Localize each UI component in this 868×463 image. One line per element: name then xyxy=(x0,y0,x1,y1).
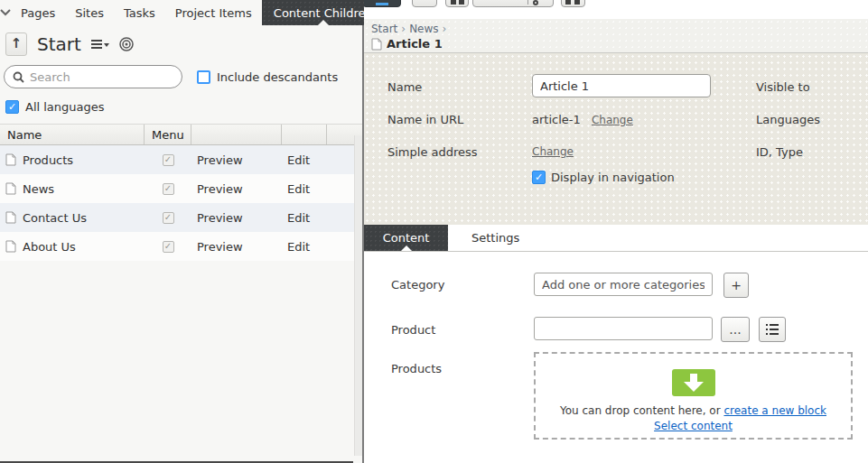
table-row[interactable]: About Us Preview Edit xyxy=(0,232,362,261)
add-category-button[interactable]: + xyxy=(723,273,749,298)
page-icon xyxy=(5,153,16,166)
page-title: Start xyxy=(37,33,81,55)
languages-label: Languages xyxy=(756,113,820,126)
dropzone-text: You can drop content here, or xyxy=(560,404,723,417)
all-languages-row: All languages xyxy=(5,97,362,116)
top-toolbar xyxy=(364,0,868,19)
page-icon xyxy=(371,38,382,51)
category-input[interactable] xyxy=(534,273,713,296)
name-in-url-label: Name in URL xyxy=(387,113,463,126)
toolbar-options-button[interactable] xyxy=(561,0,585,7)
display-in-navigation-checkbox[interactable] xyxy=(532,171,546,184)
row-name: About Us xyxy=(23,240,76,254)
left-tab-bar: Pages Sites Tasks Project Items Content … xyxy=(0,0,362,25)
include-descendants-checkbox[interactable] xyxy=(197,70,210,84)
drop-arrow-icon xyxy=(672,369,715,396)
products-label: Products xyxy=(391,362,442,375)
edit-link[interactable]: Edit xyxy=(282,203,327,232)
preview-link[interactable]: Preview xyxy=(191,174,282,203)
product-label: Product xyxy=(391,323,435,337)
left-panel: Pages Sites Tasks Project Items Content … xyxy=(0,0,364,463)
list-icon xyxy=(766,324,779,335)
preview-link[interactable]: Preview xyxy=(191,145,282,174)
change-url-link[interactable]: Change xyxy=(592,114,633,126)
search-row: Include descandants xyxy=(0,63,362,90)
name-in-url-value: article-1 xyxy=(532,113,581,126)
menu-checkbox xyxy=(163,154,174,166)
breadcrumb-start[interactable]: Start xyxy=(371,23,397,35)
row-name: Products xyxy=(23,153,73,167)
tab-tasks[interactable]: Tasks xyxy=(114,0,165,25)
tab-content[interactable]: Content xyxy=(364,225,448,251)
column-header-edit xyxy=(282,125,327,144)
change-simple-address-link[interactable]: Change xyxy=(532,145,574,158)
mode-toggle-button[interactable] xyxy=(364,0,401,7)
tab-sites[interactable]: Sites xyxy=(65,0,114,25)
page-icon xyxy=(5,240,16,253)
toolbar-view-button[interactable] xyxy=(445,0,469,7)
create-new-block-link[interactable]: create a new block xyxy=(723,404,826,417)
edit-panel: Start › News › Article 1 Name Visible to… xyxy=(364,0,868,463)
edit-link[interactable]: Edit xyxy=(282,232,327,261)
id-type-label: ID, Type xyxy=(756,145,803,159)
tab-settings[interactable]: Settings xyxy=(448,225,543,251)
all-languages-label: All languages xyxy=(25,100,105,114)
simple-address-label: Simple address xyxy=(387,145,478,159)
preview-link[interactable]: Preview xyxy=(191,232,282,261)
toolbar-search-button[interactable] xyxy=(472,0,554,7)
table-row[interactable]: Products Preview Edit xyxy=(0,145,362,174)
visible-to-label: Visible to xyxy=(756,80,810,94)
edit-tab-bar: Content Settings xyxy=(364,225,868,252)
column-header-name[interactable]: Name xyxy=(0,125,145,144)
browse-button[interactable]: ... xyxy=(721,317,750,342)
vertical-scrollbar[interactable] xyxy=(354,135,362,456)
edit-link[interactable]: Edit xyxy=(282,145,327,174)
content-dropzone[interactable]: You can drop content here, or create a n… xyxy=(534,352,853,440)
breadcrumb-current: Article 1 xyxy=(387,37,443,51)
cms-app: Pages Sites Tasks Project Items Content … xyxy=(0,0,868,463)
properties-form: Name Visible to Name in URL article-1 Ch… xyxy=(364,53,868,225)
content-tab-panel: Category + Product ... Products You can … xyxy=(364,252,868,462)
row-name: Contact Us xyxy=(23,211,87,225)
menu-checkbox xyxy=(163,183,174,195)
breadcrumb-separator: › xyxy=(443,23,447,35)
menu-checkbox xyxy=(163,212,174,224)
table-row[interactable]: News Preview Edit xyxy=(0,174,362,203)
page-icon xyxy=(5,211,16,224)
include-descendants-row: Include descandants xyxy=(197,70,338,84)
category-label: Category xyxy=(391,278,444,292)
edit-link[interactable]: Edit xyxy=(282,174,327,203)
search-box[interactable] xyxy=(4,65,182,88)
include-descendants-label: Include descandants xyxy=(217,70,338,84)
product-list-button[interactable] xyxy=(759,317,786,342)
tab-project-items[interactable]: Project Items xyxy=(165,0,262,25)
up-arrow-button[interactable] xyxy=(5,32,27,56)
preview-link[interactable]: Preview xyxy=(191,203,282,232)
name-input[interactable] xyxy=(532,74,711,97)
row-name: News xyxy=(23,182,54,196)
chevron-down-icon[interactable] xyxy=(0,0,11,25)
table-header: Name Menu xyxy=(0,124,362,145)
name-label: Name xyxy=(387,80,422,94)
list-options-icon[interactable] xyxy=(91,39,109,50)
search-icon xyxy=(533,0,538,5)
select-content-link[interactable]: Select content xyxy=(654,420,733,432)
breadcrumb: Start › News › Article 1 xyxy=(364,19,868,53)
content-children-table: Name Menu Products Preview Edit xyxy=(0,124,362,261)
page-icon xyxy=(5,182,16,195)
menu-checkbox xyxy=(163,241,174,253)
tab-pages[interactable]: Pages xyxy=(11,0,65,25)
product-input[interactable] xyxy=(534,317,713,340)
column-header-preview xyxy=(191,125,282,144)
search-icon xyxy=(13,71,24,83)
search-input[interactable] xyxy=(30,70,173,84)
tree-header: Start xyxy=(0,25,362,58)
breadcrumb-separator: › xyxy=(401,23,406,35)
target-icon[interactable] xyxy=(119,37,134,51)
table-row[interactable]: Contact Us Preview Edit xyxy=(0,203,362,232)
toolbar-button[interactable] xyxy=(412,0,437,7)
all-languages-checkbox[interactable] xyxy=(5,100,19,114)
column-header-menu[interactable]: Menu xyxy=(145,125,191,144)
breadcrumb-news[interactable]: News xyxy=(409,23,438,35)
display-in-navigation-label: Display in navigation xyxy=(551,171,675,184)
